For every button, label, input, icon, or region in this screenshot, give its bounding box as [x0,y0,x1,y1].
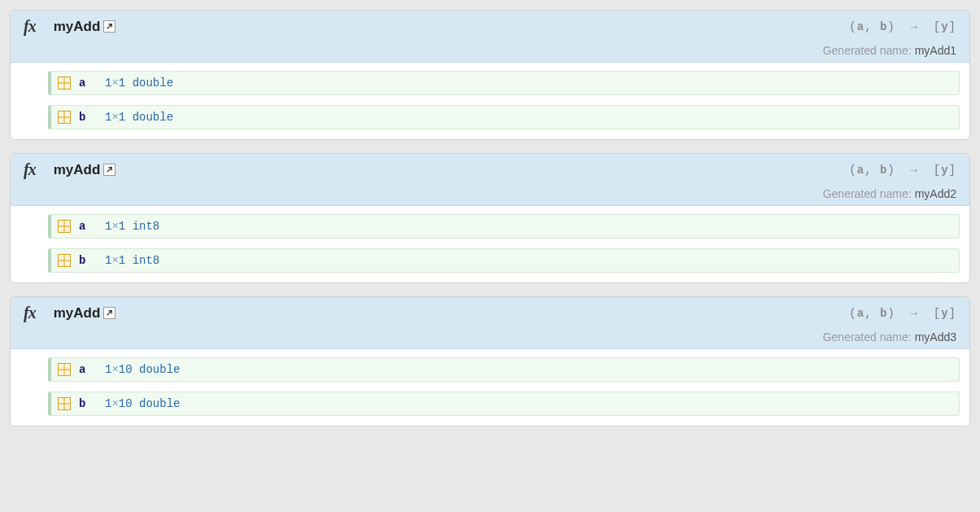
dim2: 10 [119,397,133,410]
sig-close: ) [887,307,895,320]
sig-close: ) [887,164,895,177]
matrix-icon [58,397,71,410]
header-top-row: fxmyAdd(a, b) → [y] [24,17,956,36]
argument-row[interactable]: b1×1 int8 [48,248,960,273]
arrow-right-icon: → [911,164,918,177]
argument-type: 1×1 int8 [105,220,159,233]
argument-row[interactable]: b1×10 double [48,392,960,416]
function-entry-header[interactable]: fxmyAdd(a, b) → [y]Generated name:myAdd3 [11,297,969,349]
matrix-icon [58,77,71,90]
header-left: fxmyAdd [24,17,115,36]
sig-open: ( [849,307,856,320]
function-title-wrap: myAdd [54,162,116,178]
function-signature: (a, b) → [y] [849,20,956,33]
function-signature: (a, b) → [y] [849,164,956,177]
argument-type: 1×1 int8 [105,254,159,267]
function-entry-card: fxmyAdd(a, b) → [y]Generated name:myAdd3… [10,296,970,427]
generated-name-label: Generated name: [823,187,912,200]
dtype: int8 [133,220,160,233]
generated-name-value: myAdd3 [915,330,956,344]
popout-icon[interactable] [103,164,115,176]
argument-type: 1×10 double [105,363,180,376]
dtype: double [139,363,180,376]
sig-open: ( [849,164,856,177]
dtype: double [133,111,173,124]
header-top-row: fxmyAdd(a, b) → [y] [24,160,956,179]
sig-param-b: b [880,307,887,320]
header-left: fxmyAdd [24,160,115,179]
sig-param-a: a [857,164,865,177]
function-entry-card: fxmyAdd(a, b) → [y]Generated name:myAdd2… [10,153,970,283]
sig-close: ) [887,20,895,33]
dtype: double [133,77,173,90]
fx-icon: fx [24,160,36,179]
sig-comma: , [865,20,872,33]
sig-param-b: b [880,164,887,177]
generated-name-value: myAdd2 [915,187,956,200]
argument-row[interactable]: a1×1 int8 [48,214,960,238]
function-entry-header[interactable]: fxmyAdd(a, b) → [y]Generated name:myAdd1 [11,11,969,63]
argument-row[interactable]: a1×1 double [48,71,960,95]
function-body: a1×1 int8b1×1 int8 [11,206,969,282]
dtype: int8 [133,254,160,267]
fx-icon: fx [24,17,36,36]
times-icon: × [111,77,118,90]
matrix-icon [58,254,71,267]
dim2: 1 [119,77,125,90]
argument-name: b [79,397,97,410]
sig-comma: , [865,307,872,320]
function-body: a1×1 doubleb1×1 double [11,63,969,139]
argument-row[interactable]: b1×1 double [48,105,960,129]
sig-ret: y [941,307,948,320]
popout-icon[interactable] [103,307,115,319]
generated-name-row: Generated name:myAdd2 [24,187,956,200]
function-name: myAdd [54,162,101,177]
dim2: 10 [119,363,133,376]
argument-type: 1×10 double [105,397,180,410]
argument-row[interactable]: a1×10 double [48,357,960,382]
generated-name-value: myAdd1 [915,44,956,57]
header-top-row: fxmyAdd(a, b) → [y] [24,304,956,322]
header-left: fxmyAdd [24,304,115,322]
sig-param-a: a [857,20,865,33]
function-name: myAdd [54,305,101,321]
function-body: a1×10 doubleb1×10 double [11,349,969,426]
function-entry-card: fxmyAdd(a, b) → [y]Generated name:myAdd1… [10,10,970,140]
times-icon: × [111,111,118,124]
sig-ret-close: ] [949,307,956,320]
function-signature: (a, b) → [y] [849,307,956,320]
generated-name-row: Generated name:myAdd3 [24,330,956,344]
sig-ret-close: ] [949,164,956,177]
times-icon: × [111,363,118,376]
argument-type: 1×1 double [105,111,173,124]
function-title-wrap: myAdd [54,19,116,35]
argument-name: a [79,220,97,233]
dim2: 1 [119,254,125,267]
argument-name: b [79,111,97,124]
argument-name: a [79,77,97,90]
times-icon: × [111,254,118,267]
generated-name-row: Generated name:myAdd1 [24,44,956,57]
fx-icon: fx [24,304,36,322]
matrix-icon [58,111,71,124]
times-icon: × [111,220,118,233]
argument-type: 1×1 double [105,77,173,90]
dim2: 1 [119,111,125,124]
sig-ret-open: [ [934,164,941,177]
sig-open: ( [849,20,856,33]
dim2: 1 [119,220,125,233]
function-title-wrap: myAdd [54,305,116,322]
function-entry-header[interactable]: fxmyAdd(a, b) → [y]Generated name:myAdd2 [11,154,969,206]
sig-param-b: b [880,20,887,33]
sig-ret-close: ] [949,20,956,33]
sig-ret-open: [ [934,307,941,320]
argument-name: b [79,254,97,267]
matrix-icon [58,363,71,376]
arrow-right-icon: → [911,20,918,33]
popout-icon[interactable] [103,20,115,33]
matrix-icon [58,220,71,233]
generated-name-label: Generated name: [823,330,912,344]
sig-ret: y [941,164,948,177]
function-name: myAdd [54,19,101,34]
sig-ret-open: [ [934,20,941,33]
